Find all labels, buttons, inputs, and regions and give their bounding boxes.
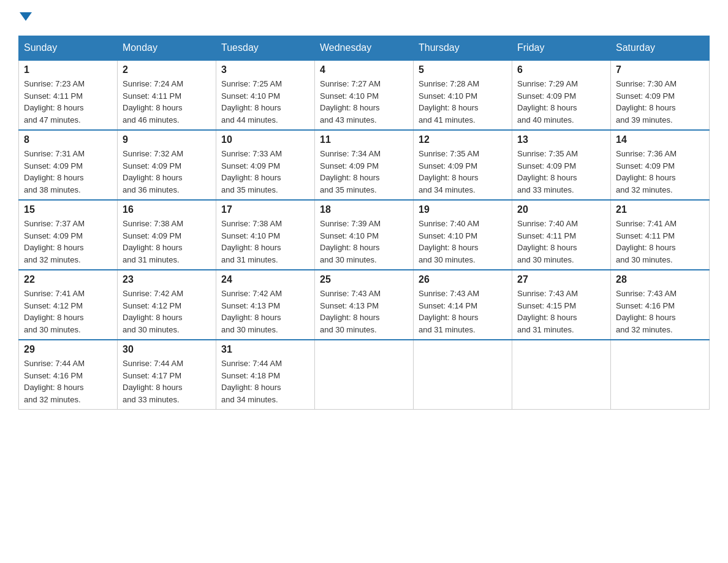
day-info: Sunrise: 7:36 AM Sunset: 4:09 PM Dayligh…	[616, 149, 677, 194]
day-number: 20	[517, 204, 605, 215]
calendar-cell: 5 Sunrise: 7:28 AM Sunset: 4:10 PM Dayli…	[414, 60, 512, 130]
day-info: Sunrise: 7:35 AM Sunset: 4:09 PM Dayligh…	[419, 149, 479, 194]
calendar-cell: 13 Sunrise: 7:35 AM Sunset: 4:09 PM Dayl…	[512, 130, 611, 200]
calendar-cell: 10 Sunrise: 7:33 AM Sunset: 4:09 PM Dayl…	[216, 130, 315, 200]
calendar-cell: 28 Sunrise: 7:43 AM Sunset: 4:16 PM Dayl…	[611, 270, 710, 340]
day-number: 29	[24, 344, 112, 355]
day-info: Sunrise: 7:35 AM Sunset: 4:09 PM Dayligh…	[517, 149, 578, 194]
day-number: 10	[221, 134, 309, 145]
day-info: Sunrise: 7:41 AM Sunset: 4:11 PM Dayligh…	[616, 219, 677, 264]
logo	[18, 12, 32, 23]
calendar-cell: 6 Sunrise: 7:29 AM Sunset: 4:09 PM Dayli…	[512, 60, 611, 130]
day-info: Sunrise: 7:30 AM Sunset: 4:09 PM Dayligh…	[616, 79, 677, 124]
calendar-cell: 17 Sunrise: 7:38 AM Sunset: 4:10 PM Dayl…	[216, 200, 315, 270]
day-number: 17	[221, 204, 309, 215]
day-info: Sunrise: 7:32 AM Sunset: 4:09 PM Dayligh…	[123, 149, 183, 194]
day-number: 31	[221, 344, 309, 355]
calendar-cell	[512, 340, 611, 410]
calendar-cell: 12 Sunrise: 7:35 AM Sunset: 4:09 PM Dayl…	[414, 130, 512, 200]
day-number: 27	[517, 274, 605, 285]
day-number: 13	[517, 134, 605, 145]
weekday-header: Thursday	[414, 36, 512, 61]
day-info: Sunrise: 7:43 AM Sunset: 4:16 PM Dayligh…	[616, 289, 677, 334]
day-number: 28	[616, 274, 704, 285]
calendar-cell: 14 Sunrise: 7:36 AM Sunset: 4:09 PM Dayl…	[611, 130, 710, 200]
page-header	[18, 12, 710, 23]
calendar-cell: 8 Sunrise: 7:31 AM Sunset: 4:09 PM Dayli…	[19, 130, 118, 200]
day-info: Sunrise: 7:44 AM Sunset: 4:18 PM Dayligh…	[221, 359, 282, 404]
day-number: 25	[320, 274, 408, 285]
day-number: 23	[123, 274, 211, 285]
day-info: Sunrise: 7:23 AM Sunset: 4:11 PM Dayligh…	[24, 79, 85, 124]
day-info: Sunrise: 7:42 AM Sunset: 4:12 PM Dayligh…	[123, 289, 183, 334]
day-number: 11	[320, 134, 408, 145]
day-number: 4	[320, 64, 408, 75]
day-number: 5	[419, 64, 507, 75]
calendar-cell: 30 Sunrise: 7:44 AM Sunset: 4:17 PM Dayl…	[118, 340, 216, 410]
weekday-header: Tuesday	[216, 36, 315, 61]
day-info: Sunrise: 7:44 AM Sunset: 4:16 PM Dayligh…	[24, 359, 85, 404]
day-number: 2	[123, 64, 211, 75]
day-number: 8	[24, 134, 112, 145]
day-number: 16	[123, 204, 211, 215]
calendar-cell: 26 Sunrise: 7:43 AM Sunset: 4:14 PM Dayl…	[414, 270, 512, 340]
calendar-cell: 19 Sunrise: 7:40 AM Sunset: 4:10 PM Dayl…	[414, 200, 512, 270]
day-info: Sunrise: 7:40 AM Sunset: 4:10 PM Dayligh…	[419, 219, 479, 264]
calendar-cell: 11 Sunrise: 7:34 AM Sunset: 4:09 PM Dayl…	[315, 130, 414, 200]
day-info: Sunrise: 7:43 AM Sunset: 4:15 PM Dayligh…	[517, 289, 578, 334]
calendar-cell: 2 Sunrise: 7:24 AM Sunset: 4:11 PM Dayli…	[118, 60, 216, 130]
day-info: Sunrise: 7:28 AM Sunset: 4:10 PM Dayligh…	[419, 79, 479, 124]
day-number: 14	[616, 134, 704, 145]
day-number: 1	[24, 64, 112, 75]
day-number: 22	[24, 274, 112, 285]
calendar-cell: 9 Sunrise: 7:32 AM Sunset: 4:09 PM Dayli…	[118, 130, 216, 200]
calendar-cell: 7 Sunrise: 7:30 AM Sunset: 4:09 PM Dayli…	[611, 60, 710, 130]
day-info: Sunrise: 7:27 AM Sunset: 4:10 PM Dayligh…	[320, 79, 381, 124]
day-info: Sunrise: 7:44 AM Sunset: 4:17 PM Dayligh…	[123, 359, 183, 404]
day-info: Sunrise: 7:31 AM Sunset: 4:09 PM Dayligh…	[24, 149, 85, 194]
day-info: Sunrise: 7:33 AM Sunset: 4:09 PM Dayligh…	[221, 149, 282, 194]
day-info: Sunrise: 7:38 AM Sunset: 4:10 PM Dayligh…	[221, 219, 282, 264]
day-info: Sunrise: 7:29 AM Sunset: 4:09 PM Dayligh…	[517, 79, 578, 124]
calendar-cell: 21 Sunrise: 7:41 AM Sunset: 4:11 PM Dayl…	[611, 200, 710, 270]
calendar-cell: 4 Sunrise: 7:27 AM Sunset: 4:10 PM Dayli…	[315, 60, 414, 130]
calendar-cell: 31 Sunrise: 7:44 AM Sunset: 4:18 PM Dayl…	[216, 340, 315, 410]
calendar-cell	[315, 340, 414, 410]
calendar-cell: 29 Sunrise: 7:44 AM Sunset: 4:16 PM Dayl…	[19, 340, 118, 410]
day-number: 9	[123, 134, 211, 145]
calendar-cell: 24 Sunrise: 7:42 AM Sunset: 4:13 PM Dayl…	[216, 270, 315, 340]
calendar-table: SundayMondayTuesdayWednesdayThursdayFrid…	[18, 36, 710, 410]
day-number: 30	[123, 344, 211, 355]
weekday-header: Saturday	[611, 36, 710, 61]
day-info: Sunrise: 7:41 AM Sunset: 4:12 PM Dayligh…	[24, 289, 85, 334]
day-info: Sunrise: 7:38 AM Sunset: 4:09 PM Dayligh…	[123, 219, 183, 264]
calendar-cell	[414, 340, 512, 410]
weekday-header: Friday	[512, 36, 611, 61]
day-number: 3	[221, 64, 309, 75]
calendar-cell: 23 Sunrise: 7:42 AM Sunset: 4:12 PM Dayl…	[118, 270, 216, 340]
day-info: Sunrise: 7:25 AM Sunset: 4:10 PM Dayligh…	[221, 79, 282, 124]
calendar-cell: 27 Sunrise: 7:43 AM Sunset: 4:15 PM Dayl…	[512, 270, 611, 340]
day-info: Sunrise: 7:24 AM Sunset: 4:11 PM Dayligh…	[123, 79, 183, 124]
day-info: Sunrise: 7:43 AM Sunset: 4:14 PM Dayligh…	[419, 289, 479, 334]
day-info: Sunrise: 7:40 AM Sunset: 4:11 PM Dayligh…	[517, 219, 578, 264]
day-info: Sunrise: 7:39 AM Sunset: 4:10 PM Dayligh…	[320, 219, 381, 264]
calendar-cell: 20 Sunrise: 7:40 AM Sunset: 4:11 PM Dayl…	[512, 200, 611, 270]
day-info: Sunrise: 7:43 AM Sunset: 4:13 PM Dayligh…	[320, 289, 381, 334]
day-number: 18	[320, 204, 408, 215]
day-number: 6	[517, 64, 605, 75]
day-number: 19	[419, 204, 507, 215]
calendar-cell: 18 Sunrise: 7:39 AM Sunset: 4:10 PM Dayl…	[315, 200, 414, 270]
weekday-header: Monday	[118, 36, 216, 61]
day-info: Sunrise: 7:34 AM Sunset: 4:09 PM Dayligh…	[320, 149, 381, 194]
day-number: 15	[24, 204, 112, 215]
calendar-cell	[611, 340, 710, 410]
day-number: 21	[616, 204, 704, 215]
day-number: 12	[419, 134, 507, 145]
calendar-cell: 3 Sunrise: 7:25 AM Sunset: 4:10 PM Dayli…	[216, 60, 315, 130]
calendar-cell: 22 Sunrise: 7:41 AM Sunset: 4:12 PM Dayl…	[19, 270, 118, 340]
logo-triangle-icon	[20, 12, 32, 21]
day-info: Sunrise: 7:42 AM Sunset: 4:13 PM Dayligh…	[221, 289, 282, 334]
day-number: 24	[221, 274, 309, 285]
weekday-header: Sunday	[19, 36, 118, 61]
